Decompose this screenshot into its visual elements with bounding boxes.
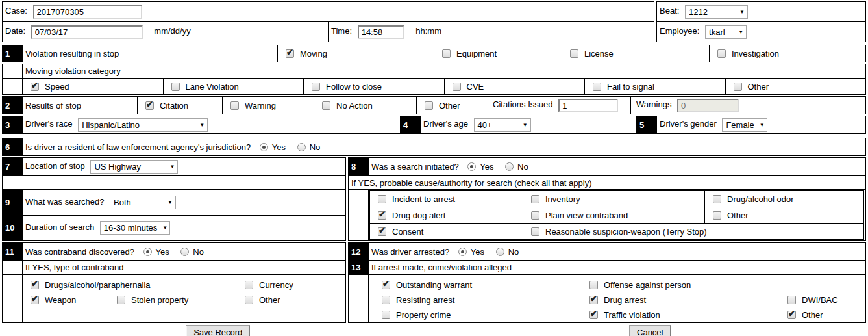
search-section: 7 Location of stop US Highway▼ 9 What wa… [2,157,866,241]
driver-demographics-table: 3 Driver's race Hispanic/Latino▼ 4 Drive… [2,116,866,134]
checkbox-property-crime[interactable] [382,311,390,319]
checkbox-label: Resisting arrest [396,295,454,305]
what-searched-select[interactable]: Both▼ [110,196,176,209]
radio-q6-yes[interactable] [260,143,268,151]
checkbox-label: Drug arrest [604,295,646,305]
drivers-age-select[interactable]: 40+▼ [474,118,531,132]
q4-cell: Driver's age 40+▼ [421,116,637,134]
checkbox-no-action[interactable] [322,101,330,110]
case-input[interactable] [33,5,142,19]
checkbox-label: Property crime [396,310,451,320]
checkbox-label: Incident to arrest [392,194,455,204]
checkbox-cve[interactable] [453,83,461,91]
checkbox-consent[interactable] [378,227,386,236]
checkbox-other-result[interactable] [425,101,433,110]
search-right-table: 8 Was a search initiated? Yes No If YES,… [348,157,866,241]
checkbox-drug-arrest[interactable] [589,296,598,304]
checkbox-drug-dog-alert[interactable] [378,211,386,220]
checkbox-label: Follow to close [326,82,382,92]
checkbox-other-arrest[interactable] [787,311,796,319]
date-cell: Date: mm/dd/yy [3,22,329,42]
radio-q11-yes[interactable] [143,248,152,256]
checkbox-terry-stop[interactable] [531,227,539,236]
location-of-stop-select[interactable]: US Highway▼ [90,160,178,174]
radio-q11-no[interactable] [180,248,189,256]
cancel-button[interactable]: Cancel [629,325,671,336]
q5-label: Driver's gender [660,119,717,129]
checkbox-license[interactable] [570,49,578,58]
checkbox-moving[interactable] [286,49,294,58]
radio-q12-no[interactable] [496,248,504,256]
q8-number: 8 [349,158,369,176]
radio-q8-no[interactable] [505,162,514,171]
checkbox-fail-to-signal[interactable] [593,83,601,91]
checkbox-label: Drug/alcohol odor [727,194,794,204]
radio-q6-no[interactable] [297,143,306,151]
checkbox-currency[interactable] [245,281,253,289]
checkbox-warning[interactable] [230,101,239,110]
employee-select[interactable]: tkarl▼ [705,25,747,39]
search-reason-header: If YES, probable cause/authority for sea… [349,176,866,190]
dropdown-arrow-icon: ▼ [199,122,205,128]
checkbox-label: Inventory [545,194,580,204]
checkbox-traffic-violation[interactable] [589,311,598,319]
arrest-table: 12 Was driver arrested? Yes No 13 If arr… [348,242,866,323]
checkbox-dwi-bac[interactable] [787,296,796,304]
q6-number: 6 [3,138,23,156]
contraband-header: If YES, type of contraband [23,261,346,275]
radio-label: No [193,247,204,257]
checkbox-investigation[interactable] [717,49,726,58]
radio-q8-yes[interactable] [467,162,476,171]
beat-cell: Beat: 1212▼ [657,2,866,22]
checkbox-resisting-arrest[interactable] [382,296,390,304]
button-row: Save Record Cancel [2,325,866,336]
checkbox-weapon[interactable] [31,296,39,304]
case-cell: Case: [3,2,654,22]
checkbox-equipment[interactable] [442,49,451,58]
q5-cell: Driver's gender Female▼ [657,116,866,134]
q2-number: 2 [3,97,23,114]
checkbox-outstanding-warrant[interactable] [382,281,390,289]
checkbox-inventory[interactable] [531,195,539,203]
checkbox-label: Fail to signal [607,82,654,92]
q6-resident-table: 6 Is driver a resident of law enforcemen… [2,138,866,156]
checkbox-label: Lane Violation [186,82,239,92]
radio-q12-yes[interactable] [458,248,467,256]
spacer-cell [3,64,23,79]
employee-label: Employee: [660,26,699,36]
q3-number: 3 [3,116,23,134]
checkbox-follow-to-close[interactable] [312,83,320,91]
contraband-table: 11 Was contraband discovered? Yes No If … [2,242,346,323]
checkbox-lane-violation[interactable] [171,83,180,91]
checkbox-label: Drug dog alert [392,211,445,220]
q11-number: 11 [3,243,23,261]
checkbox-label: Plain view contraband [545,211,628,220]
beat-select[interactable]: 1212▼ [685,5,748,19]
drivers-gender-select[interactable]: Female▼ [722,118,767,132]
checkbox-drug-alcohol-odor[interactable] [713,195,721,203]
checkbox-other-moving[interactable] [734,83,742,91]
warnings-label: Warnings [636,99,671,109]
dropdown-arrow-icon: ▼ [167,200,173,205]
save-button[interactable]: Save Record [186,325,250,336]
duration-of-search-select[interactable]: 16-30 minutes▼ [100,221,170,235]
checkbox-other-search[interactable] [713,211,721,220]
radio-label: Yes [272,142,286,152]
checkbox-speed[interactable] [31,83,39,91]
checkbox-citation[interactable] [145,101,154,110]
radio-label: Yes [480,162,493,172]
q9-number: 9 [3,190,23,215]
checkbox-plain-view-contraband[interactable] [531,211,539,220]
checkbox-offense-against-person[interactable] [589,281,598,289]
checkbox-drugs-paraphernalia[interactable] [31,281,39,289]
dropdown-arrow-icon: ▼ [170,164,175,170]
checkbox-other-contraband[interactable] [245,296,253,304]
q4-label: Driver's age [423,119,468,129]
drivers-race-select[interactable]: Hispanic/Latino▼ [78,118,208,132]
citations-issued-input[interactable] [558,99,618,112]
time-input[interactable] [358,25,404,39]
checkbox-incident-to-arrest[interactable] [378,195,386,203]
q3-cell: Driver's race Hispanic/Latino▼ [23,116,401,134]
date-input[interactable] [31,25,143,39]
checkbox-stolen-property[interactable] [117,296,125,304]
